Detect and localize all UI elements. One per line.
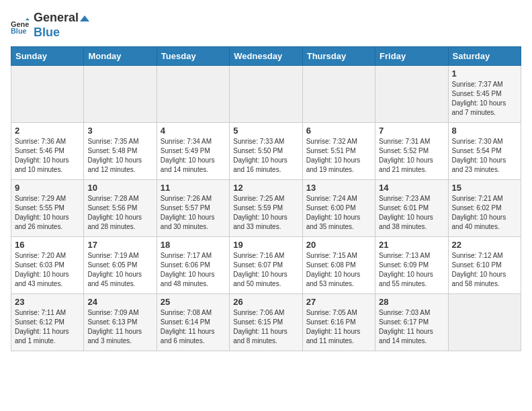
calendar-cell: 12Sunrise: 7:25 AM Sunset: 5:59 PM Dayli… — [230, 180, 302, 237]
day-number: 28 — [379, 297, 444, 307]
day-info: Sunrise: 7:35 AM Sunset: 5:48 PM Dayligh… — [87, 137, 152, 175]
day-info: Sunrise: 7:21 AM Sunset: 6:02 PM Dayligh… — [452, 194, 517, 232]
day-info: Sunrise: 7:12 AM Sunset: 6:10 PM Dayligh… — [452, 251, 517, 289]
calendar-week-row: 16Sunrise: 7:20 AM Sunset: 6:03 PM Dayli… — [11, 237, 521, 294]
day-info: Sunrise: 7:24 AM Sunset: 6:00 PM Dayligh… — [306, 194, 371, 232]
day-number: 17 — [87, 240, 152, 250]
weekday-header: Sunday — [11, 47, 84, 66]
calendar-cell — [448, 294, 521, 351]
calendar-cell: 6Sunrise: 7:32 AM Sunset: 5:51 PM Daylig… — [302, 123, 375, 180]
calendar-cell: 13Sunrise: 7:24 AM Sunset: 6:00 PM Dayli… — [302, 180, 375, 237]
calendar-week-row: 1Sunrise: 7:37 AM Sunset: 5:45 PM Daylig… — [11, 66, 521, 123]
logo-general: General — [34, 11, 89, 26]
day-number: 4 — [161, 126, 226, 136]
day-number: 9 — [15, 183, 80, 193]
calendar-cell: 19Sunrise: 7:16 AM Sunset: 6:07 PM Dayli… — [230, 237, 302, 294]
day-number: 8 — [452, 126, 517, 136]
calendar-cell: 1Sunrise: 7:37 AM Sunset: 5:45 PM Daylig… — [448, 66, 521, 123]
svg-marker-1 — [26, 18, 30, 20]
calendar-cell: 25Sunrise: 7:08 AM Sunset: 6:14 PM Dayli… — [157, 294, 229, 351]
day-info: Sunrise: 7:29 AM Sunset: 5:55 PM Dayligh… — [15, 194, 80, 232]
calendar-cell: 20Sunrise: 7:15 AM Sunset: 6:08 PM Dayli… — [302, 237, 375, 294]
day-info: Sunrise: 7:31 AM Sunset: 5:52 PM Dayligh… — [379, 137, 444, 175]
calendar-cell: 2Sunrise: 7:36 AM Sunset: 5:46 PM Daylig… — [11, 123, 84, 180]
day-number: 18 — [161, 240, 226, 250]
day-info: Sunrise: 7:37 AM Sunset: 5:45 PM Dayligh… — [452, 80, 517, 118]
day-number: 24 — [87, 297, 152, 307]
day-info: Sunrise: 7:33 AM Sunset: 5:50 PM Dayligh… — [233, 137, 298, 175]
weekday-header: Saturday — [448, 47, 521, 66]
day-number: 5 — [233, 126, 298, 136]
calendar-cell — [11, 66, 84, 123]
day-number: 6 — [306, 126, 371, 136]
day-info: Sunrise: 7:09 AM Sunset: 6:13 PM Dayligh… — [87, 308, 152, 346]
day-number: 26 — [233, 297, 298, 307]
day-info: Sunrise: 7:36 AM Sunset: 5:46 PM Dayligh… — [15, 137, 80, 175]
calendar-cell: 15Sunrise: 7:21 AM Sunset: 6:02 PM Dayli… — [448, 180, 521, 237]
calendar-week-row: 23Sunrise: 7:11 AM Sunset: 6:12 PM Dayli… — [11, 294, 521, 351]
calendar-cell: 16Sunrise: 7:20 AM Sunset: 6:03 PM Dayli… — [11, 237, 84, 294]
calendar-cell: 11Sunrise: 7:26 AM Sunset: 5:57 PM Dayli… — [157, 180, 229, 237]
page-header: General Blue General Blue — [11, 11, 521, 40]
day-number: 13 — [306, 183, 371, 193]
calendar-cell: 23Sunrise: 7:11 AM Sunset: 6:12 PM Dayli… — [11, 294, 84, 351]
day-info: Sunrise: 7:30 AM Sunset: 5:54 PM Dayligh… — [452, 137, 517, 175]
day-number: 16 — [15, 240, 80, 250]
calendar-cell: 26Sunrise: 7:06 AM Sunset: 6:15 PM Dayli… — [230, 294, 302, 351]
day-info: Sunrise: 7:32 AM Sunset: 5:51 PM Dayligh… — [306, 137, 371, 175]
calendar-header-row: SundayMondayTuesdayWednesdayThursdayFrid… — [11, 47, 521, 66]
day-number: 1 — [452, 68, 517, 79]
weekday-header: Friday — [375, 47, 448, 66]
day-number: 3 — [87, 126, 152, 136]
day-number: 14 — [379, 183, 444, 193]
day-number: 22 — [452, 240, 517, 250]
logo: General Blue General Blue — [11, 11, 89, 40]
day-number: 11 — [161, 183, 226, 193]
day-info: Sunrise: 7:15 AM Sunset: 6:08 PM Dayligh… — [306, 251, 371, 289]
calendar-cell — [302, 66, 375, 123]
calendar-cell — [375, 66, 448, 123]
day-number: 25 — [161, 297, 226, 307]
calendar-cell: 14Sunrise: 7:23 AM Sunset: 6:01 PM Dayli… — [375, 180, 448, 237]
calendar-cell: 8Sunrise: 7:30 AM Sunset: 5:54 PM Daylig… — [448, 123, 521, 180]
day-info: Sunrise: 7:17 AM Sunset: 6:06 PM Dayligh… — [161, 251, 226, 289]
day-info: Sunrise: 7:34 AM Sunset: 5:49 PM Dayligh… — [161, 137, 226, 175]
day-info: Sunrise: 7:26 AM Sunset: 5:57 PM Dayligh… — [161, 194, 226, 232]
calendar-cell: 10Sunrise: 7:28 AM Sunset: 5:56 PM Dayli… — [84, 180, 157, 237]
day-info: Sunrise: 7:03 AM Sunset: 6:17 PM Dayligh… — [379, 308, 444, 346]
calendar-cell: 18Sunrise: 7:17 AM Sunset: 6:06 PM Dayli… — [157, 237, 229, 294]
day-info: Sunrise: 7:19 AM Sunset: 6:05 PM Dayligh… — [87, 251, 152, 289]
weekday-header: Tuesday — [157, 47, 229, 66]
weekday-header: Wednesday — [230, 47, 302, 66]
calendar-cell: 3Sunrise: 7:35 AM Sunset: 5:48 PM Daylig… — [84, 123, 157, 180]
day-info: Sunrise: 7:08 AM Sunset: 6:14 PM Dayligh… — [161, 308, 226, 346]
day-info: Sunrise: 7:25 AM Sunset: 5:59 PM Dayligh… — [233, 194, 298, 232]
logo-blue: Blue — [34, 26, 89, 40]
logo-icon: General Blue — [11, 16, 30, 35]
svg-text:Blue: Blue — [11, 27, 27, 35]
weekday-header: Monday — [84, 47, 157, 66]
calendar-cell: 21Sunrise: 7:13 AM Sunset: 6:09 PM Dayli… — [375, 237, 448, 294]
day-info: Sunrise: 7:05 AM Sunset: 6:16 PM Dayligh… — [306, 308, 371, 346]
day-number: 19 — [233, 240, 298, 250]
day-number: 10 — [87, 183, 152, 193]
calendar-cell: 9Sunrise: 7:29 AM Sunset: 5:55 PM Daylig… — [11, 180, 84, 237]
calendar-cell: 5Sunrise: 7:33 AM Sunset: 5:50 PM Daylig… — [230, 123, 302, 180]
day-number: 15 — [452, 183, 517, 193]
day-number: 23 — [15, 297, 80, 307]
calendar-cell: 4Sunrise: 7:34 AM Sunset: 5:49 PM Daylig… — [157, 123, 229, 180]
calendar-cell: 7Sunrise: 7:31 AM Sunset: 5:52 PM Daylig… — [375, 123, 448, 180]
day-number: 20 — [306, 240, 371, 250]
day-info: Sunrise: 7:11 AM Sunset: 6:12 PM Dayligh… — [15, 308, 80, 346]
calendar-cell: 28Sunrise: 7:03 AM Sunset: 6:17 PM Dayli… — [375, 294, 448, 351]
calendar-cell: 17Sunrise: 7:19 AM Sunset: 6:05 PM Dayli… — [84, 237, 157, 294]
weekday-header: Thursday — [302, 47, 375, 66]
day-number: 27 — [306, 297, 371, 307]
calendar-cell — [157, 66, 229, 123]
calendar-cell: 24Sunrise: 7:09 AM Sunset: 6:13 PM Dayli… — [84, 294, 157, 351]
calendar-cell: 27Sunrise: 7:05 AM Sunset: 6:16 PM Dayli… — [302, 294, 375, 351]
day-info: Sunrise: 7:28 AM Sunset: 5:56 PM Dayligh… — [87, 194, 152, 232]
day-info: Sunrise: 7:16 AM Sunset: 6:07 PM Dayligh… — [233, 251, 298, 289]
day-info: Sunrise: 7:20 AM Sunset: 6:03 PM Dayligh… — [15, 251, 80, 289]
calendar: SundayMondayTuesdayWednesdayThursdayFrid… — [11, 46, 521, 351]
